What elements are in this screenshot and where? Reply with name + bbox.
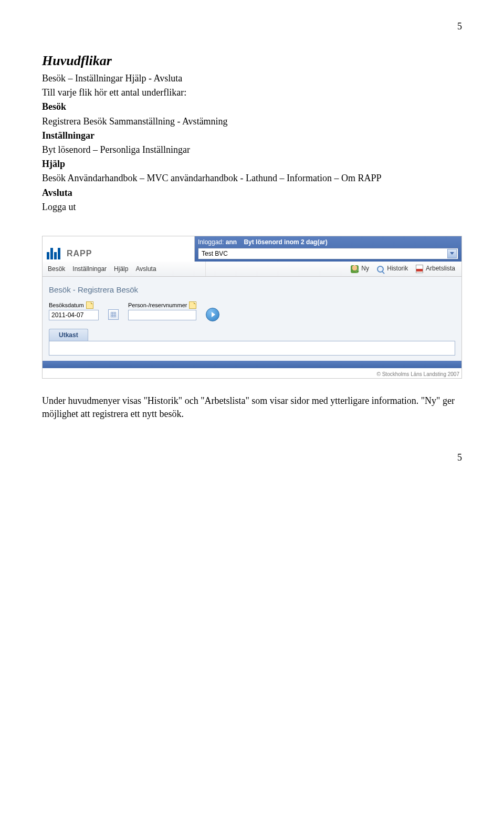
login-user: ann <box>226 238 237 246</box>
field-pnr: Person-/reservnummer <box>128 301 196 320</box>
logo-icon <box>47 248 60 259</box>
login-label: Inloggad: <box>198 238 224 246</box>
menu-installningar[interactable]: Inställningar <box>72 265 107 273</box>
action-arbetslista[interactable]: Arbetslista <box>415 265 455 273</box>
app-footerbar <box>43 361 461 368</box>
page-number-bottom: 5 <box>42 452 462 463</box>
action-arbetslista-label: Arbetslista <box>426 265 455 272</box>
unit-select-value: Test BVC <box>202 250 228 257</box>
group-hjalp-label: Hjälp <box>42 158 462 171</box>
go-button[interactable] <box>206 308 219 321</box>
calendar-icon[interactable] <box>108 309 119 320</box>
app-content: Besök - Registrera Besök Besöksdatum Per… <box>43 277 461 361</box>
chevron-down-icon <box>447 249 457 258</box>
subtabs: Utkast <box>49 329 455 341</box>
login-line: Inloggad: ann Byt lösenord inom 2 dag(ar… <box>198 238 458 246</box>
action-ny[interactable]: Ny <box>351 265 369 273</box>
date-input[interactable] <box>49 310 99 320</box>
subtab-utkast[interactable]: Utkast <box>49 329 88 341</box>
group-avsluta-body: Logga ut <box>42 201 462 214</box>
note-icon <box>189 301 196 309</box>
paragraph-after: Under huvudmenyer visas "Historik" och "… <box>42 394 462 421</box>
app-menubar: Besök Inställningar Hjälp Avsluta Ny His… <box>43 262 461 277</box>
section-title: Huvudflikar <box>42 53 462 69</box>
page-number-top: 5 <box>42 21 462 32</box>
app-topbar: RAPP Inloggad: ann Byt lösenord inom 2 d… <box>43 236 461 262</box>
unit-select[interactable]: Test BVC <box>198 248 458 259</box>
login-warning: Byt lösenord inom 2 dag(ar) <box>244 238 327 246</box>
menu-avsluta[interactable]: Avsluta <box>135 265 156 273</box>
menu-hjalp[interactable]: Hjälp <box>114 265 128 273</box>
person-add-icon <box>351 265 359 273</box>
group-besok-body: Registrera Besök Sammanställning - Avstä… <box>42 115 462 128</box>
note-icon <box>86 301 93 309</box>
copyright: © Stockholms Läns Landsting 2007 <box>43 368 461 378</box>
action-historik-label: Historik <box>387 265 408 272</box>
pdf-icon <box>415 265 423 273</box>
logo-area: RAPP <box>43 236 195 262</box>
group-installningar-label: Inställningar <box>42 129 462 142</box>
magnifier-icon <box>376 265 384 273</box>
group-avsluta-label: Avsluta <box>42 186 462 200</box>
pnr-input[interactable] <box>128 310 196 320</box>
field-date: Besöksdatum <box>49 301 99 320</box>
subtab-body <box>49 341 455 356</box>
group-hjalp-body: Besök Användarhandbok – MVC användarhand… <box>42 172 462 185</box>
intro-line: Besök – Inställningar Hjälp - Avsluta <box>42 72 462 85</box>
app-screenshot: RAPP Inloggad: ann Byt lösenord inom 2 d… <box>42 236 462 379</box>
menu-besok[interactable]: Besök <box>48 265 65 273</box>
field-pnr-label: Person-/reservnummer <box>128 302 187 308</box>
arrow-right-icon <box>212 312 215 317</box>
action-historik[interactable]: Historik <box>376 265 408 273</box>
panel-title: Besök - Registrera Besök <box>49 285 455 294</box>
field-date-label: Besöksdatum <box>49 302 84 308</box>
action-ny-label: Ny <box>361 265 369 272</box>
group-installningar-body: Byt lösenord – Personliga Inställningar <box>42 143 462 156</box>
form-row: Besöksdatum Person-/reservnummer <box>49 301 455 320</box>
subhead-line: Till varje flik hör ett antal underflika… <box>42 86 462 99</box>
logo-text: RAPP <box>67 249 92 258</box>
group-besok-label: Besök <box>42 100 462 113</box>
